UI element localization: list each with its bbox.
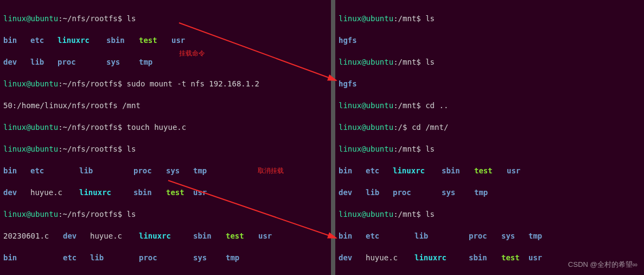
watermark: CSDN @全村的希望∞ — [568, 260, 637, 270]
prompt-line: linux@ubuntu:~/nfs/rootfs$ touch huyue.c — [3, 122, 328, 133]
prompt-line: linux@ubuntu:/mnt$ cd .. — [339, 100, 641, 111]
ls-output: devhuyue.clinuxrcsbintestusr — [3, 187, 328, 198]
ls-output: 20230601.cdevhuyue.clinuxrcsbintestusr — [3, 230, 328, 241]
prompt-line: linux@ubuntu:/$ cd /mnt/ — [339, 122, 641, 133]
prompt-line: linux@ubuntu:/mnt$ ls — [339, 143, 641, 154]
cmd-mount: sudo mount -t nfs 192.168.1.2 — [127, 79, 259, 88]
prompt-line: linux@ubuntu:~/nfs/rootfs$ sudo mount -t… — [3, 78, 328, 89]
ls-output: binetclibprocsystmp — [339, 230, 641, 241]
terminal-right[interactable]: linux@ubuntu:/mnt$ ls hgfs linux@ubuntu:… — [335, 0, 644, 275]
cmd-touch: touch huyue.c — [127, 123, 187, 132]
prompt-line: linux@ubuntu:/mnt$ ls — [339, 209, 641, 220]
pane-divider[interactable] — [331, 0, 335, 275]
ls-output: binetclinuxrcsbintestusr — [339, 165, 641, 176]
split-terminal: linux@ubuntu:~/nfs/rootfs$ ls binetclinu… — [0, 0, 644, 275]
prompt-line: linux@ubuntu:~/nfs/rootfs$ ls — [3, 13, 328, 24]
prompt-line: linux@ubuntu:~/nfs/rootfs$ ls — [3, 143, 328, 154]
ls-output: hgfs — [339, 78, 641, 89]
terminal-left[interactable]: linux@ubuntu:~/nfs/rootfs$ ls binetclinu… — [0, 0, 331, 275]
ls-output: binetclinuxrcsbintestusr — [3, 35, 328, 46]
ls-output: binetclibprocsystmp — [3, 252, 328, 263]
prompt-user: linux@ubuntu — [3, 14, 58, 23]
cmd-mount-cont: 50:/home/linux/nfs/rootfs /mnt — [3, 100, 328, 111]
prompt-line: linux@ubuntu:/mnt$ ls — [339, 13, 641, 24]
prompt-line: linux@ubuntu:/mnt$ ls — [339, 57, 641, 67]
ls-output: devlibprocsystmp — [3, 57, 328, 67]
prompt-line: linux@ubuntu:~/nfs/rootfs$ ls — [3, 209, 328, 220]
ls-output: devlibprocsystmp — [339, 187, 641, 198]
ls-output: hgfs — [339, 35, 641, 46]
cmd-ls: ls — [127, 14, 136, 23]
ls-output: binetclibprocsystmp — [3, 165, 328, 176]
